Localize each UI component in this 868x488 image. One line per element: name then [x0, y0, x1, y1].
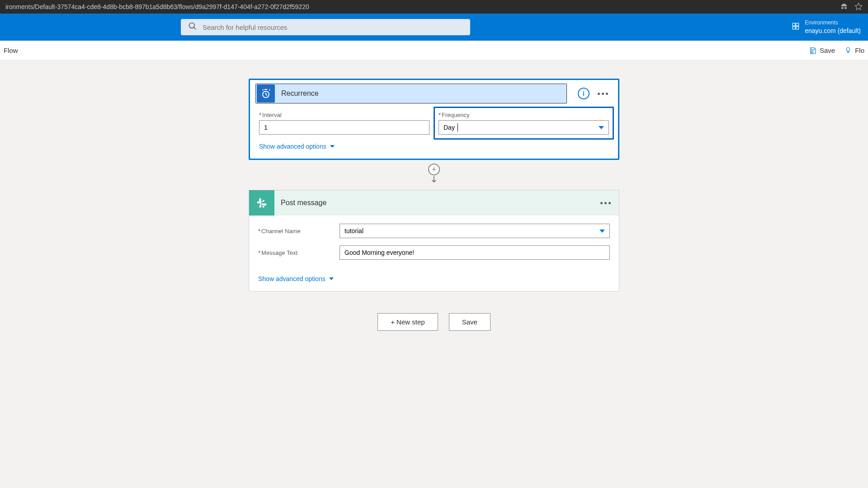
app-header: Environments enayu.com (default): [0, 14, 868, 41]
frequency-label: Frequency: [442, 112, 469, 118]
env-label: Environments: [805, 19, 861, 27]
more-menu-icon[interactable]: [598, 93, 608, 95]
info-icon[interactable]: i: [578, 88, 590, 99]
recurrence-card: Recurrence i *Interval *Frequency: [249, 79, 619, 160]
browser-url: ironments/Default-37574ca4-cde8-4d8b-bcb…: [5, 3, 840, 10]
post-message-header[interactable]: Post message: [249, 190, 619, 216]
recurrence-advanced-options[interactable]: Show advanced options: [259, 143, 335, 150]
environment-icon: [791, 22, 800, 33]
command-bar: Flow Save Flo: [0, 41, 868, 61]
chevron-down-icon: [330, 145, 335, 148]
post-message-title: Post message: [281, 199, 600, 207]
save-flow-button[interactable]: Save: [449, 313, 491, 331]
browser-address-bar: ironments/Default-37574ca4-cde8-4d8b-bcb…: [0, 0, 868, 14]
interval-field: *Interval: [259, 112, 429, 135]
arrow-down-icon: [430, 174, 438, 186]
breadcrumb[interactable]: Flow: [4, 47, 18, 54]
message-text-label: Message Text: [261, 249, 297, 256]
channel-name-value: tutorial: [344, 227, 363, 235]
flow-canvas: Recurrence i *Interval *Frequency: [0, 61, 868, 349]
save-button[interactable]: Save: [809, 47, 835, 55]
message-text-input[interactable]: [340, 245, 610, 260]
channel-name-select[interactable]: tutorial: [340, 224, 610, 238]
recurrence-title: Recurrence: [281, 89, 319, 98]
recurrence-header[interactable]: Recurrence i: [250, 80, 618, 107]
flow-connector: +: [428, 164, 440, 186]
chevron-down-icon: [329, 277, 334, 280]
chevron-down-icon: [599, 230, 605, 233]
frequency-select[interactable]: Day: [439, 120, 609, 135]
text-cursor: [458, 123, 458, 131]
env-name: enayu.com (default): [805, 27, 861, 35]
flow-checker-label: Flo: [855, 47, 864, 54]
incognito-icon[interactable]: [840, 2, 848, 12]
post-message-card: Post message *Channel Name tutorial *Mes…: [249, 190, 619, 291]
add-step-inline[interactable]: +: [428, 164, 440, 175]
interval-label: Interval: [262, 112, 282, 118]
frequency-value: Day: [443, 124, 455, 131]
environment-picker[interactable]: Environments enayu.com (default): [791, 19, 861, 35]
search-box[interactable]: [181, 19, 470, 35]
star-icon[interactable]: [854, 2, 863, 12]
chevron-down-icon: [599, 126, 604, 129]
clock-icon: [257, 84, 275, 103]
slack-icon: [249, 190, 274, 216]
new-step-button[interactable]: + New step: [377, 313, 438, 331]
flow-checker-button[interactable]: Flo: [844, 47, 864, 55]
search-icon: [188, 22, 203, 33]
search-input[interactable]: [203, 23, 463, 31]
channel-name-label: Channel Name: [261, 228, 301, 235]
save-label: Save: [820, 47, 835, 54]
post-advanced-options[interactable]: Show advanced options: [258, 275, 334, 282]
more-menu-icon[interactable]: [600, 202, 611, 204]
frequency-field: *Frequency Day: [439, 112, 609, 135]
interval-input[interactable]: [259, 120, 429, 135]
